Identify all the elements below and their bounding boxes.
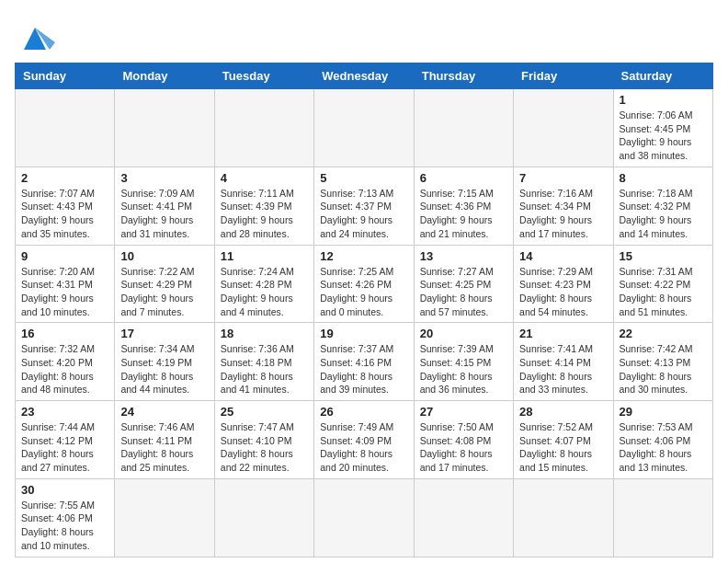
- day-number: 12: [320, 249, 407, 263]
- calendar-day-cell: [414, 478, 513, 557]
- calendar-day-cell: 2Sunrise: 7:07 AM Sunset: 4:43 PM Daylig…: [16, 167, 115, 245]
- calendar-day-cell: 11Sunrise: 7:24 AM Sunset: 4:28 PM Dayli…: [214, 245, 313, 323]
- day-number: 1: [620, 93, 707, 107]
- day-info: Sunrise: 7:49 AM Sunset: 4:09 PM Dayligh…: [320, 420, 407, 475]
- day-number: 4: [221, 171, 308, 185]
- day-info: Sunrise: 7:37 AM Sunset: 4:16 PM Dayligh…: [320, 342, 407, 396]
- day-of-week-header: Saturday: [613, 63, 712, 89]
- calendar-day-cell: 26Sunrise: 7:49 AM Sunset: 4:09 PM Dayli…: [314, 401, 414, 479]
- day-number: 24: [120, 405, 208, 419]
- day-of-week-header: Sunday: [16, 63, 115, 89]
- calendar-day-cell: 14Sunrise: 7:29 AM Sunset: 4:23 PM Dayli…: [514, 245, 613, 323]
- calendar-day-cell: 21Sunrise: 7:41 AM Sunset: 4:14 PM Dayli…: [514, 323, 613, 401]
- calendar-day-cell: [314, 89, 414, 167]
- day-info: Sunrise: 7:27 AM Sunset: 4:25 PM Dayligh…: [420, 265, 507, 319]
- calendar-day-cell: 10Sunrise: 7:22 AM Sunset: 4:29 PM Dayli…: [115, 245, 214, 323]
- day-number: 29: [620, 405, 707, 419]
- calendar-day-cell: 4Sunrise: 7:11 AM Sunset: 4:39 PM Daylig…: [214, 167, 313, 245]
- day-info: Sunrise: 7:44 AM Sunset: 4:12 PM Dayligh…: [21, 420, 108, 475]
- day-info: Sunrise: 7:25 AM Sunset: 4:26 PM Dayligh…: [320, 265, 407, 319]
- calendar-header-row: SundayMondayTuesdayWednesdayThursdayFrid…: [16, 63, 713, 89]
- day-number: 26: [320, 405, 407, 419]
- calendar-day-cell: [613, 478, 712, 557]
- calendar-day-cell: [514, 478, 613, 557]
- calendar-day-cell: 6Sunrise: 7:15 AM Sunset: 4:36 PM Daylig…: [414, 167, 513, 245]
- day-info: Sunrise: 7:31 AM Sunset: 4:22 PM Dayligh…: [620, 265, 707, 319]
- calendar-day-cell: 1Sunrise: 7:06 AM Sunset: 4:45 PM Daylig…: [613, 89, 712, 167]
- day-of-week-header: Monday: [115, 63, 214, 89]
- calendar-table: SundayMondayTuesdayWednesdayThursdayFrid…: [15, 63, 713, 557]
- calendar-week-row: 16Sunrise: 7:32 AM Sunset: 4:20 PM Dayli…: [16, 323, 713, 401]
- day-info: Sunrise: 7:13 AM Sunset: 4:37 PM Dayligh…: [320, 187, 407, 241]
- day-number: 23: [21, 405, 108, 419]
- day-info: Sunrise: 7:53 AM Sunset: 4:06 PM Dayligh…: [620, 420, 707, 475]
- day-of-week-header: Thursday: [414, 63, 513, 89]
- day-info: Sunrise: 7:07 AM Sunset: 4:43 PM Dayligh…: [21, 187, 108, 241]
- calendar-day-cell: 12Sunrise: 7:25 AM Sunset: 4:26 PM Dayli…: [314, 245, 414, 323]
- calendar-day-cell: 27Sunrise: 7:50 AM Sunset: 4:08 PM Dayli…: [414, 401, 513, 479]
- calendar-week-row: 9Sunrise: 7:20 AM Sunset: 4:31 PM Daylig…: [16, 245, 713, 323]
- day-info: Sunrise: 7:29 AM Sunset: 4:23 PM Dayligh…: [519, 265, 607, 319]
- day-info: Sunrise: 7:16 AM Sunset: 4:34 PM Dayligh…: [519, 187, 607, 241]
- calendar-day-cell: 3Sunrise: 7:09 AM Sunset: 4:41 PM Daylig…: [115, 167, 214, 245]
- calendar-day-cell: 28Sunrise: 7:52 AM Sunset: 4:07 PM Dayli…: [514, 401, 613, 479]
- calendar-day-cell: 7Sunrise: 7:16 AM Sunset: 4:34 PM Daylig…: [514, 167, 613, 245]
- calendar-day-cell: [214, 478, 313, 557]
- day-info: Sunrise: 7:50 AM Sunset: 4:08 PM Dayligh…: [420, 420, 507, 475]
- calendar-day-cell: 25Sunrise: 7:47 AM Sunset: 4:10 PM Dayli…: [214, 401, 313, 479]
- calendar-day-cell: 8Sunrise: 7:18 AM Sunset: 4:32 PM Daylig…: [613, 167, 712, 245]
- day-info: Sunrise: 7:42 AM Sunset: 4:13 PM Dayligh…: [620, 342, 707, 396]
- day-number: 21: [519, 327, 607, 340]
- day-info: Sunrise: 7:47 AM Sunset: 4:10 PM Dayligh…: [221, 420, 308, 475]
- calendar-day-cell: 17Sunrise: 7:34 AM Sunset: 4:19 PM Dayli…: [115, 323, 214, 401]
- day-number: 11: [221, 249, 308, 263]
- calendar-day-cell: 22Sunrise: 7:42 AM Sunset: 4:13 PM Dayli…: [613, 323, 712, 401]
- calendar-day-cell: 19Sunrise: 7:37 AM Sunset: 4:16 PM Dayli…: [314, 323, 414, 401]
- calendar-week-row: 30Sunrise: 7:55 AM Sunset: 4:06 PM Dayli…: [16, 478, 713, 557]
- day-info: Sunrise: 7:46 AM Sunset: 4:11 PM Dayligh…: [120, 420, 208, 475]
- day-info: Sunrise: 7:24 AM Sunset: 4:28 PM Dayligh…: [221, 265, 308, 319]
- day-number: 3: [120, 171, 208, 185]
- day-number: 14: [519, 249, 607, 263]
- day-number: 25: [221, 405, 308, 419]
- calendar-day-cell: [115, 89, 214, 167]
- calendar-week-row: 1Sunrise: 7:06 AM Sunset: 4:45 PM Daylig…: [16, 89, 713, 167]
- calendar-day-cell: 13Sunrise: 7:27 AM Sunset: 4:25 PM Dayli…: [414, 245, 513, 323]
- day-number: 13: [420, 249, 507, 263]
- day-number: 8: [620, 171, 707, 185]
- day-info: Sunrise: 7:32 AM Sunset: 4:20 PM Dayligh…: [21, 342, 108, 396]
- calendar-day-cell: 29Sunrise: 7:53 AM Sunset: 4:06 PM Dayli…: [613, 401, 712, 479]
- day-of-week-header: Friday: [514, 63, 613, 89]
- day-number: 27: [420, 405, 507, 419]
- day-number: 15: [620, 249, 707, 263]
- day-number: 17: [120, 327, 208, 340]
- day-info: Sunrise: 7:15 AM Sunset: 4:36 PM Dayligh…: [420, 187, 507, 241]
- day-info: Sunrise: 7:34 AM Sunset: 4:19 PM Dayligh…: [120, 342, 208, 396]
- calendar-day-cell: [115, 478, 214, 557]
- day-info: Sunrise: 7:09 AM Sunset: 4:41 PM Dayligh…: [120, 187, 208, 241]
- day-of-week-header: Tuesday: [214, 63, 313, 89]
- day-info: Sunrise: 7:22 AM Sunset: 4:29 PM Dayligh…: [120, 265, 208, 319]
- calendar-day-cell: 5Sunrise: 7:13 AM Sunset: 4:37 PM Daylig…: [314, 167, 414, 245]
- day-info: Sunrise: 7:52 AM Sunset: 4:07 PM Dayligh…: [519, 420, 607, 475]
- calendar-day-cell: 30Sunrise: 7:55 AM Sunset: 4:06 PM Dayli…: [16, 478, 115, 557]
- day-of-week-header: Wednesday: [314, 63, 414, 89]
- day-number: 7: [519, 171, 607, 185]
- day-info: Sunrise: 7:06 AM Sunset: 4:45 PM Dayligh…: [620, 109, 707, 163]
- calendar-day-cell: [414, 89, 513, 167]
- day-number: 19: [320, 327, 407, 340]
- calendar-day-cell: 9Sunrise: 7:20 AM Sunset: 4:31 PM Daylig…: [16, 245, 115, 323]
- calendar-day-cell: 16Sunrise: 7:32 AM Sunset: 4:20 PM Dayli…: [16, 323, 115, 401]
- calendar-week-row: 2Sunrise: 7:07 AM Sunset: 4:43 PM Daylig…: [16, 167, 713, 245]
- day-info: Sunrise: 7:41 AM Sunset: 4:14 PM Dayligh…: [519, 342, 607, 396]
- calendar-day-cell: 24Sunrise: 7:46 AM Sunset: 4:11 PM Dayli…: [115, 401, 214, 479]
- calendar-week-row: 23Sunrise: 7:44 AM Sunset: 4:12 PM Dayli…: [16, 401, 713, 479]
- day-info: Sunrise: 7:11 AM Sunset: 4:39 PM Dayligh…: [221, 187, 308, 241]
- calendar-day-cell: 15Sunrise: 7:31 AM Sunset: 4:22 PM Dayli…: [613, 245, 712, 323]
- day-info: Sunrise: 7:55 AM Sunset: 4:06 PM Dayligh…: [21, 499, 108, 553]
- day-info: Sunrise: 7:18 AM Sunset: 4:32 PM Dayligh…: [620, 187, 707, 241]
- day-number: 16: [21, 327, 108, 340]
- calendar-day-cell: 18Sunrise: 7:36 AM Sunset: 4:18 PM Dayli…: [214, 323, 313, 401]
- calendar-day-cell: 23Sunrise: 7:44 AM Sunset: 4:12 PM Dayli…: [16, 401, 115, 479]
- day-number: 20: [420, 327, 507, 340]
